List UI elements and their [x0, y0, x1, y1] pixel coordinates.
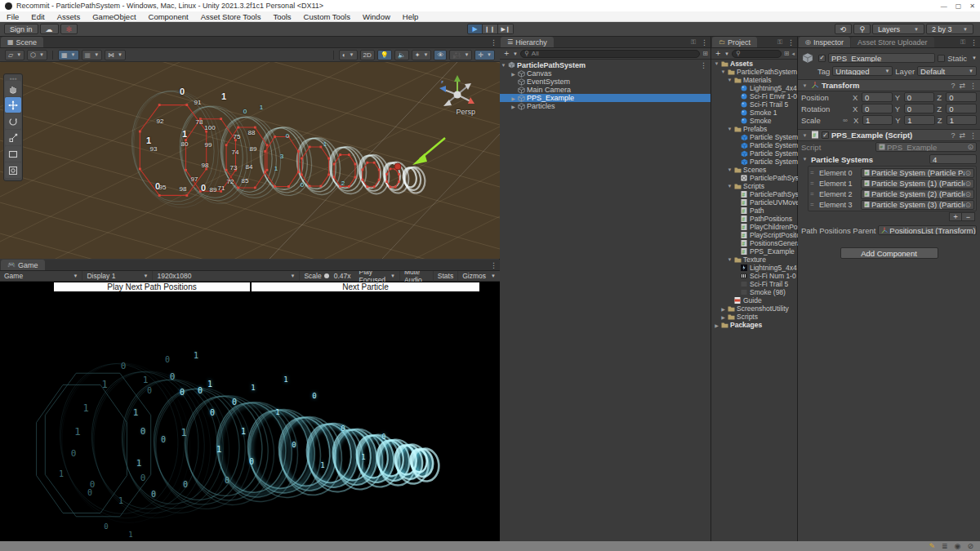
element-object-field[interactable]: #Particle System (Particle Path⊙ — [861, 168, 974, 178]
script-object-field[interactable]: # PPS_Example ⊙ — [875, 142, 977, 152]
object-picker-icon[interactable]: ⊙ — [967, 143, 973, 151]
scale-z-input[interactable]: 1 — [947, 115, 977, 125]
game-display-target-dropdown[interactable]: Game▼ — [0, 271, 82, 282]
project-item-sci-fi-envir-1-0[interactable]: Sci-Fi Envir 1-0 — [711, 92, 797, 100]
tag-dropdown[interactable]: Untagged▼ — [832, 66, 893, 76]
foldout-icon[interactable]: ▼ — [726, 184, 733, 189]
tab-hierarchy[interactable]: ☰ Hierarchy — [501, 37, 554, 47]
grid-snap-toggle[interactable]: ▦▼ — [58, 50, 79, 60]
project-item-sci-fi-trail-5[interactable]: Sci-Fi Trail 5 — [711, 100, 797, 109]
scale-slider[interactable]: Scale 0.47x — [300, 271, 354, 282]
create-add-button[interactable]: ＋▼ — [714, 49, 729, 58]
gizmos-dropdown[interactable]: ✛▼ — [474, 50, 495, 60]
project-item-guide[interactable]: Guide — [711, 296, 797, 304]
foldout-icon[interactable]: ▼ — [801, 83, 808, 88]
stats-toggle[interactable]: Stats — [434, 271, 458, 282]
overflow-left-icon[interactable]: ◂ — [791, 51, 795, 57]
project-item-particle-system[interactable]: Particle System — [711, 133, 797, 141]
menu-asset-store-tools[interactable]: Asset Store Tools — [201, 12, 261, 21]
project-item-lightning5-4x4[interactable]: Lightning5_4x4 — [711, 264, 797, 272]
hierarchy-item-canvas[interactable]: ▶Canvas — [500, 69, 710, 78]
panel-menu-icon[interactable]: ⋮ — [490, 261, 497, 269]
menu-file[interactable]: File — [7, 12, 19, 21]
project-item-smoke[interactable]: Smoke — [711, 117, 797, 125]
rect-tool[interactable] — [5, 146, 21, 162]
foldout-icon[interactable]: ▼ — [719, 69, 727, 74]
project-item-texture[interactable]: ▼Texture — [711, 256, 797, 264]
hierarchy-root-row[interactable]: ▼ParticlePathSystem⋮ — [500, 60, 710, 69]
project-item-pps-example[interactable]: #PPS_Example — [711, 247, 797, 256]
project-item-playscriptposito[interactable]: #PlayScriptPosito — [711, 231, 797, 239]
transform-tool[interactable] — [5, 162, 21, 178]
scene-viewport[interactable]: 0111009192939598979899100788075747372718… — [0, 62, 500, 259]
static-dropdown-icon[interactable]: ▼ — [972, 56, 977, 60]
gameobject-cube-icon[interactable] — [801, 51, 814, 64]
saved-search-icon[interactable]: ⊞ — [702, 50, 708, 57]
drag-handle-icon[interactable]: = — [810, 190, 817, 198]
menu-window[interactable]: Window — [363, 12, 390, 21]
project-search-input[interactable]: ⚲ — [732, 50, 782, 58]
foldout-icon[interactable]: ▶ — [510, 104, 517, 109]
cache-server-icon[interactable]: ≣ — [942, 542, 948, 550]
foldout-icon[interactable]: ▼ — [801, 157, 808, 162]
mute-audio-toggle[interactable]: Mute Audio — [400, 271, 434, 282]
foldout-icon[interactable]: ▼ — [726, 127, 733, 131]
audio-toggle[interactable]: 🔈 — [394, 50, 409, 60]
play-button[interactable]: ▶ — [467, 24, 483, 34]
sign-in-button[interactable]: Sign in — [4, 24, 38, 34]
rotation-y-input[interactable]: 0 — [904, 104, 935, 113]
constrain-proportions-icon[interactable]: ∞ — [843, 117, 851, 124]
presets-icon[interactable]: ⇄ — [959, 131, 965, 140]
project-item-positionsgenera[interactable]: #PositionsGenera — [711, 239, 797, 247]
display-dropdown[interactable]: Display 1▼ — [82, 271, 153, 282]
menu-custom-tools[interactable]: Custom Tools — [304, 12, 350, 21]
project-item-lightning5-4x4[interactable]: Lightning5_4x4 — [711, 84, 797, 92]
tab-project[interactable]: 🗀 Project — [712, 37, 757, 47]
project-item-particle-system[interactable]: Particle System — [711, 149, 797, 158]
create-add-button[interactable]: ＋▼ — [502, 49, 518, 58]
particle-systems-label[interactable]: Particle Systems — [811, 155, 873, 164]
object-picker-icon[interactable]: ⊙ — [964, 201, 971, 209]
help-icon[interactable]: ? — [951, 131, 955, 140]
project-item-pathpositions[interactable]: #PathPositions — [711, 215, 797, 223]
undo-history-button[interactable]: ⟲ — [835, 24, 853, 34]
object-picker-icon[interactable]: ⊙ — [976, 226, 977, 234]
menu-help[interactable]: Help — [403, 12, 419, 21]
play-next-path-positions-button[interactable]: Play Next Path Positions — [53, 282, 251, 292]
search-button[interactable]: ⚲ — [853, 24, 871, 34]
remove-element-button[interactable]: − — [962, 212, 975, 221]
lighting-toggle[interactable]: 💡 — [377, 50, 392, 60]
lock-icon[interactable]: ⚿ — [960, 38, 965, 47]
snap-increment-dropdown[interactable]: ⋈▼ — [105, 50, 126, 60]
grid-visibility-dropdown[interactable]: ▦▼ — [82, 50, 103, 60]
component-menu-icon[interactable]: ⋮ — [969, 82, 977, 90]
layer-dropdown[interactable]: Default▼ — [917, 66, 977, 76]
effects-dropdown[interactable]: ✦▼ — [412, 50, 432, 60]
rotation-x-input[interactable]: 0 — [862, 104, 893, 113]
presets-icon[interactable]: ⇄ — [959, 82, 965, 90]
paintbrush-icon[interactable]: ✎ — [929, 542, 936, 550]
drag-handle-icon[interactable]: = — [810, 169, 817, 176]
position-y-input[interactable]: 0 — [904, 92, 935, 102]
add-component-button[interactable]: Add Component — [840, 247, 938, 259]
element-object-field[interactable]: #Particle System (3) (Particle P⊙ — [861, 200, 974, 210]
panel-menu-icon[interactable]: ⋮ — [490, 38, 497, 47]
scale-x-input[interactable]: 1 — [862, 115, 893, 125]
project-item-path[interactable]: #Path — [711, 207, 797, 215]
menu-gameobject[interactable]: GameObject — [92, 12, 136, 21]
foldout-icon[interactable]: ▶ — [719, 314, 727, 320]
foldout-icon[interactable]: ▼ — [713, 61, 720, 66]
lock-icon[interactable]: ⚿ — [691, 38, 696, 47]
project-item-particle-system[interactable]: Particle System — [711, 158, 797, 166]
collab-button[interactable]: ✻ — [60, 24, 78, 34]
drag-handle-icon[interactable]: = — [810, 180, 817, 187]
gameobject-name-input[interactable]: PPS_Example — [828, 53, 935, 63]
project-item-particlepathsys[interactable]: ParticlePathSys — [711, 174, 797, 182]
scene-visibility-toggle[interactable]: 👁 — [434, 50, 447, 60]
menu-assets[interactable]: Assets — [57, 12, 81, 21]
add-element-button[interactable]: ＋ — [949, 212, 962, 221]
project-item-smoke-1[interactable]: Smoke 1 — [711, 109, 797, 117]
project-item-particlepathsys[interactable]: #ParticlePathSys — [711, 190, 797, 198]
hierarchy-item-particles[interactable]: ▶Particles — [500, 102, 710, 110]
activity-icon[interactable]: ◉ — [955, 542, 961, 550]
